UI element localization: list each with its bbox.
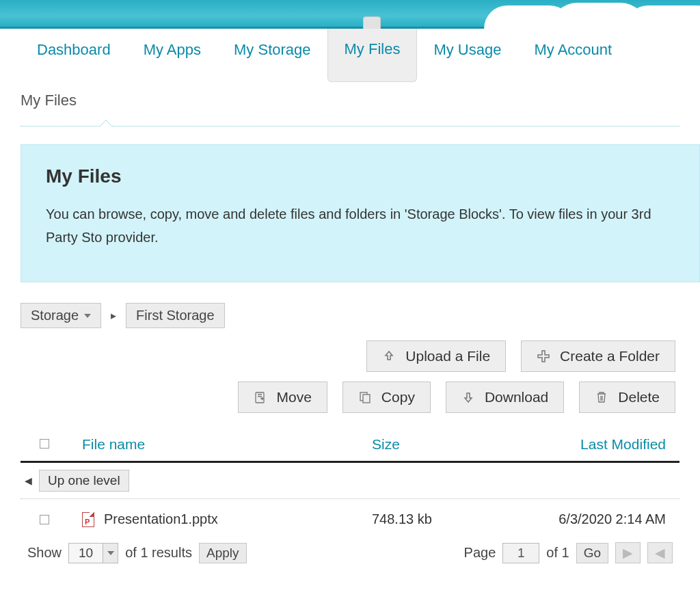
main-nav: Dashboard My Apps My Storage My Files My… — [0, 29, 700, 78]
up-level-row: ◀ Up one level — [21, 463, 679, 499]
copy-icon — [358, 390, 372, 404]
select-all-checkbox[interactable] — [40, 439, 49, 449]
info-heading: My Files — [46, 165, 675, 187]
nav-my-files[interactable]: My Files — [327, 29, 418, 82]
delete-label: Delete — [618, 389, 660, 405]
col-header-size[interactable]: Size — [372, 436, 522, 453]
download-icon — [461, 390, 475, 404]
move-icon — [254, 390, 267, 404]
delete-button[interactable]: Delete — [579, 382, 675, 413]
move-button[interactable]: Move — [238, 382, 327, 413]
col-header-name[interactable]: File name — [62, 436, 372, 453]
apply-button[interactable]: Apply — [199, 543, 247, 563]
section-divider — [21, 126, 679, 126]
breadcrumb-root-label: Storage — [31, 308, 79, 323]
pager: Show 10 of 1 results Apply Page of 1 Go … — [21, 539, 679, 563]
up-one-level-button[interactable]: Up one level — [39, 470, 129, 492]
upload-file-button[interactable]: Upload a File — [366, 340, 506, 372]
nav-my-files-label: My Files — [345, 40, 401, 57]
arrow-left-icon: ◀ — [25, 475, 32, 486]
per-page-value: 10 — [69, 544, 103, 563]
nav-my-usage[interactable]: My Usage — [417, 29, 517, 82]
file-table-header: File name Size Last Modified — [21, 431, 679, 463]
svg-rect-2 — [363, 395, 370, 403]
active-tab-nub — [363, 16, 381, 29]
divider-caret — [99, 120, 113, 133]
per-page-select[interactable]: 10 — [68, 543, 118, 563]
file-modified: 6/3/2020 2:14 AM — [522, 511, 673, 527]
top-banner — [0, 0, 700, 29]
of-results-label: of 1 results — [125, 545, 192, 561]
row-checkbox[interactable] — [40, 515, 49, 524]
copy-label: Copy — [381, 389, 415, 405]
chevron-down-icon — [103, 544, 118, 563]
file-actions: Upload a File Create a Folder Move — [21, 340, 679, 413]
pptx-file-icon — [82, 512, 94, 527]
info-body: You can browse, copy, move and delete fi… — [46, 202, 675, 249]
nav-my-storage[interactable]: My Storage — [217, 29, 327, 82]
create-folder-label: Create a Folder — [560, 348, 660, 364]
breadcrumb-root[interactable]: Storage — [21, 303, 101, 328]
upload-file-label: Upload a File — [405, 348, 490, 364]
page-label: Page — [464, 545, 496, 561]
table-row[interactable]: Presentation1.pptx 748.13 kb 6/3/2020 2:… — [21, 499, 679, 539]
page-input[interactable] — [502, 543, 539, 563]
breadcrumb-separator-icon: ▸ — [111, 309, 116, 322]
create-folder-button[interactable]: Create a Folder — [521, 340, 675, 372]
nav-dashboard[interactable]: Dashboard — [21, 29, 127, 82]
go-button[interactable]: Go — [576, 543, 608, 563]
file-size: 748.13 kb — [372, 511, 522, 527]
info-panel: My Files You can browse, copy, move and … — [21, 144, 700, 282]
trash-icon — [595, 390, 608, 404]
move-label: Move — [277, 389, 312, 405]
download-label: Download — [485, 389, 548, 405]
col-header-modified[interactable]: Last Modified — [522, 436, 673, 453]
show-label: Show — [27, 545, 62, 561]
breadcrumb-current[interactable]: First Storage — [126, 303, 224, 328]
prev-page-button[interactable]: ◀ — [647, 542, 673, 563]
download-button[interactable]: Download — [446, 382, 564, 413]
next-page-button[interactable]: ▶ — [615, 542, 641, 563]
file-name: Presentation1.pptx — [104, 511, 218, 527]
nav-my-apps[interactable]: My Apps — [127, 29, 217, 82]
page-title: My Files — [21, 92, 679, 109]
copy-button[interactable]: Copy — [342, 382, 431, 413]
plus-icon — [537, 349, 550, 363]
breadcrumb: Storage ▸ First Storage — [21, 303, 679, 328]
upload-icon — [382, 349, 396, 363]
of-pages-label: of 1 — [546, 545, 569, 561]
chevron-down-icon — [84, 314, 91, 318]
nav-my-account[interactable]: My Account — [517, 29, 628, 82]
cloud-decor — [625, 5, 700, 29]
